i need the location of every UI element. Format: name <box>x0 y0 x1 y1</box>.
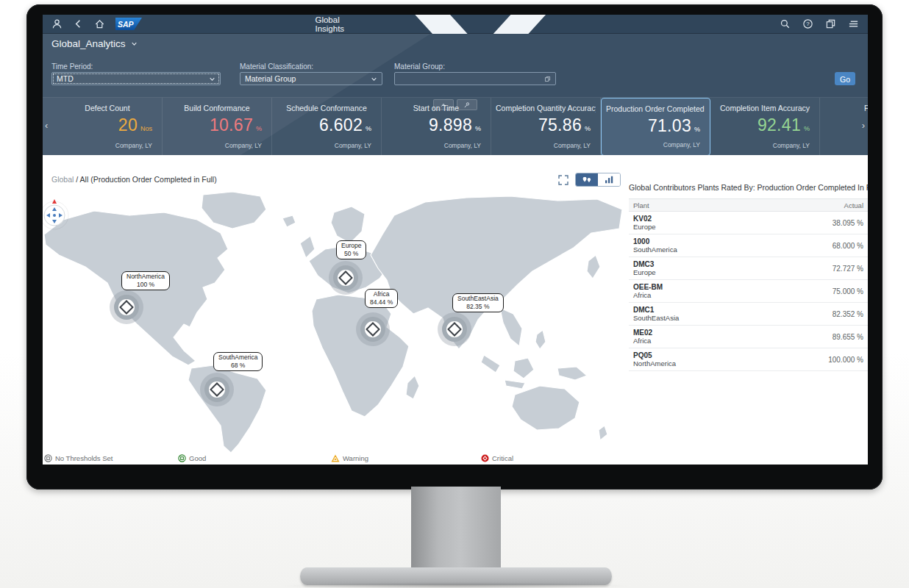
kpi-value: 75.86 <box>538 115 582 135</box>
kpi-value: 92.41 <box>758 115 801 135</box>
kpi-tile-build-conformance[interactable]: Build Conformance 10.67% Company, LY <box>163 98 272 155</box>
home-icon[interactable] <box>94 18 105 29</box>
kpi-value: 20 <box>118 115 138 135</box>
legend-no-thresholds: No Thresholds Set <box>44 454 113 462</box>
value-help-icon[interactable] <box>544 76 551 82</box>
time-period-select[interactable]: MTD <box>51 72 221 85</box>
legend-critical: Critical <box>481 454 513 462</box>
bar-chart-icon <box>605 176 614 184</box>
panel-title: Global Contributors Plants Rated By: Pro… <box>629 183 868 192</box>
marker-label: SouthAmerica68 % <box>213 352 263 371</box>
content-area: Global / All (Production Order Completed… <box>43 155 868 465</box>
kpi-unit: % <box>366 125 371 132</box>
kpi-unit: % <box>256 125 262 132</box>
warning-icon <box>331 454 340 462</box>
map-legend: No Thresholds Set Good Warning Critical <box>43 454 625 465</box>
col-plant: Plant <box>633 201 649 209</box>
kpi-strip: ‹ › Defect Count 20Nos Company, LY Build… <box>43 97 868 155</box>
table-row[interactable]: DMC1 SouthEastAsia 82.352 % <box>629 303 868 326</box>
table-row[interactable]: KV02 Europe 38.095 % <box>629 212 868 234</box>
breadcrumb-current: All (Production Order Completed in Full) <box>80 175 217 184</box>
shell-bar: SAP Global Insights ? <box>43 15 868 34</box>
contributors-panel: Global Contributors Plants Rated By: Pro… <box>629 183 868 371</box>
map-marker-southamerica[interactable]: SouthAmerica68 % <box>200 373 234 406</box>
map-marker-northamerica[interactable]: NorthAmerica100 % <box>110 290 143 324</box>
chevron-down-icon <box>131 40 138 47</box>
back-icon[interactable] <box>73 18 84 29</box>
view-switch <box>575 173 621 187</box>
map-view-button[interactable] <box>576 173 598 186</box>
shell-actions: ? <box>768 18 859 29</box>
kpi-tile-defect-count[interactable]: Defect Count 20Nos Company, LY <box>53 98 163 155</box>
col-actual: Actual <box>844 201 863 209</box>
time-period-value: MTD <box>57 74 74 83</box>
marker-label: Africa84.44 % <box>365 289 398 308</box>
map-marker-southeastasia[interactable]: SouthEastAsia82.35 % <box>438 312 471 346</box>
material-classification-label: Material Classification: <box>240 62 313 71</box>
page-header: Global_Analytics Time Period: MTD Materi… <box>43 34 868 155</box>
floor-shadow <box>279 582 632 588</box>
kpi-tile-start-on-time[interactable]: Start on Time 9.898% Company, LY <box>382 98 491 155</box>
good-icon <box>178 454 186 462</box>
kpi-unit: % <box>585 125 591 132</box>
copy-icon[interactable] <box>825 18 836 29</box>
monitor-frame: SAP Global Insights ? Global_Ana <box>26 4 883 490</box>
person-icon[interactable] <box>51 18 63 29</box>
chevron-down-icon <box>209 76 215 82</box>
no-threshold-icon <box>44 454 52 462</box>
kpi-unit: % <box>804 125 810 132</box>
kpi-tile-schedule-conformance[interactable]: Schedule Conformance 6.602% Company, LY <box>272 98 382 155</box>
kpi-scroll-left[interactable]: ‹ <box>45 120 48 131</box>
map-compass-control[interactable] <box>43 198 71 230</box>
monitor-stand-neck <box>411 487 501 572</box>
table-row[interactable]: OEE-BM Africa 75.000 % <box>629 280 868 303</box>
map-marker-africa[interactable]: Africa84.44 % <box>356 312 390 346</box>
kpi-unit: % <box>694 126 700 133</box>
table-row[interactable]: DMC3 Europe 72.727 % <box>629 257 868 280</box>
kpi-scroll-right[interactable]: › <box>862 120 865 131</box>
legend-good: Good <box>178 454 206 462</box>
search-icon[interactable] <box>780 18 791 29</box>
kpi-value: 9.898 <box>429 115 472 135</box>
chevron-down-icon <box>371 76 377 82</box>
material-group-input[interactable] <box>394 72 556 85</box>
kpi-tile-finish[interactable]: Finish <box>820 98 868 155</box>
table-row[interactable]: PQ05 NorthAmerica 100.000 % <box>629 348 868 371</box>
kpi-tile-completion-quantity-accuracy[interactable]: Completion Quantity Accuracy 75.86% Comp… <box>491 98 601 155</box>
chart-view-button[interactable] <box>598 173 620 186</box>
breadcrumb-separator: / <box>76 175 78 184</box>
kpi-scroll-container: Defect Count 20Nos Company, LY Build Con… <box>53 98 868 155</box>
shell-title-label: Global Insights <box>315 15 361 33</box>
kpi-value: 10.67 <box>210 115 253 135</box>
go-button[interactable]: Go <box>835 72 855 85</box>
material-classification-value: Material Group <box>245 74 296 83</box>
marker-label: NorthAmerica100 % <box>121 271 170 290</box>
help-icon[interactable]: ? <box>802 18 813 29</box>
breadcrumb-global-link[interactable]: Global <box>51 175 74 184</box>
kpi-tile-production-order-completed[interactable]: Production Order Completed in ... 71.03%… <box>601 98 710 155</box>
kpi-unit: % <box>475 125 481 132</box>
sap-app: SAP Global Insights ? Global_Ana <box>43 15 868 465</box>
fullscreen-icon[interactable] <box>557 174 569 186</box>
world-map[interactable]: NorthAmerica100 % Europe50 % Africa84.44… <box>43 190 625 452</box>
kpi-unit: Nos <box>140 125 152 132</box>
screen: SAP Global Insights ? Global_Ana <box>43 15 868 465</box>
menu-icon[interactable] <box>848 18 859 29</box>
page-title-menu[interactable]: Global_Analytics <box>51 38 138 49</box>
critical-icon <box>481 454 489 462</box>
kpi-tile-completion-item-accuracy[interactable]: Completion Item Accuracy 92.41% Company,… <box>710 98 820 155</box>
map-pins-icon <box>581 176 593 184</box>
material-classification-select[interactable]: Material Group <box>240 72 382 85</box>
time-period-label: Time Period: <box>51 62 93 71</box>
svg-text:?: ? <box>806 21 810 27</box>
table-row[interactable]: ME02 Africa 89.655 % <box>629 326 868 348</box>
sap-logo: SAP <box>115 18 142 30</box>
map-toolbar <box>557 173 621 187</box>
kpi-value: 6.602 <box>319 115 363 135</box>
page-title-label: Global_Analytics <box>51 38 126 49</box>
marker-label: Europe50 % <box>336 240 366 259</box>
map-marker-europe[interactable]: Europe50 % <box>329 261 363 295</box>
legend-warning: Warning <box>331 454 368 462</box>
table-row[interactable]: 1000 SouthAmerica 68.000 % <box>629 234 868 257</box>
breadcrumb: Global / All (Production Order Completed… <box>51 175 217 184</box>
